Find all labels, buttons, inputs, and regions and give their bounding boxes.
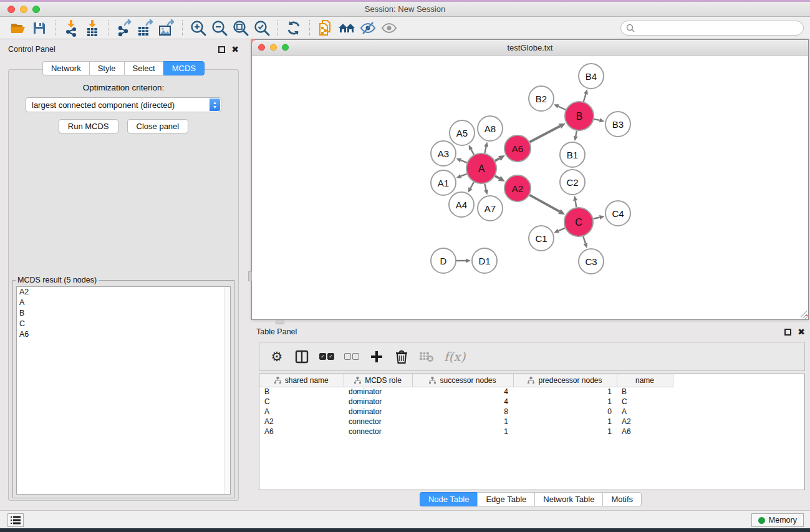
columns-icon[interactable] [291,346,313,367]
mcds-result-list[interactable]: A2ABCA6 [16,286,231,495]
edge-A-A6[interactable] [495,158,499,161]
edge-A-A2[interactable] [495,176,499,178]
open-file-icon[interactable] [7,19,29,37]
zoom-in-icon[interactable] [188,19,209,37]
export-table-icon[interactable] [135,19,156,37]
column-header-predecessor-nodes[interactable]: predecessor nodes [513,374,617,387]
float-table-panel-icon[interactable] [784,329,791,336]
float-panel-icon[interactable] [218,46,225,53]
minimize-window-button[interactable] [20,6,27,13]
add-column-icon[interactable] [365,346,388,367]
edge-B-B3[interactable] [594,119,599,120]
edge-A-A4[interactable] [470,182,473,188]
table-cell[interactable]: C [617,397,673,407]
home-network-icon[interactable] [336,19,357,37]
edge-C-C4[interactable] [593,218,599,219]
import-network-icon[interactable] [60,19,82,37]
table-cell[interactable]: dominator [344,397,412,407]
memory-button[interactable]: Memory [751,513,804,527]
export-image-icon[interactable] [156,19,177,37]
table-cell[interactable]: 1 [513,397,617,407]
show-all-icon[interactable] [378,19,400,37]
criterion-dropdown[interactable]: largest connected component (directed) ▲… [26,97,221,112]
network-graph[interactable]: B4B2BB3A5A8A6A3B1AA1C2A2A4A7C4CC1C3DD1 [252,56,808,319]
table-row[interactable]: Cdominator41C [259,397,673,407]
result-item[interactable]: A6 [17,329,230,340]
close-panel-icon[interactable]: ✖ [231,46,239,53]
table-cell[interactable]: B [617,387,673,397]
column-header-name[interactable]: name [617,374,673,387]
delete-table-icon[interactable] [415,346,438,367]
edge-C-C3[interactable] [583,236,586,244]
table-cell[interactable]: 1 [513,427,617,437]
table-cell[interactable]: connector [344,417,412,427]
close-panel-button[interactable]: Close panel [127,119,189,133]
function-builder-icon[interactable]: f(x) [444,349,465,364]
table-row[interactable]: A6connector11A6 [259,427,673,437]
edge-A6-B[interactable] [529,126,560,142]
table-cell[interactable]: C [259,397,344,407]
table-cell[interactable]: 8 [412,407,513,417]
network-window-titlebar[interactable]: testGlobe.txt [252,40,808,56]
table-cell[interactable]: A [617,407,673,417]
first-neighbors-icon[interactable] [315,19,336,37]
network-canvas[interactable]: B4B2BB3A5A8A6A3B1AA1C2A2A4A7C4CC1C3DD1 [252,56,808,319]
table-cell[interactable]: 1 [513,387,617,397]
edge-A-A8[interactable] [485,147,486,153]
tab-motifs[interactable]: Motifs [602,492,642,506]
table-cell[interactable]: 1 [412,417,513,427]
close-network-button[interactable] [258,44,265,51]
table-cell[interactable]: A [259,407,344,417]
edge-A-A7[interactable] [485,183,486,190]
table-cell[interactable]: A2 [259,417,344,427]
result-item[interactable]: B [17,308,230,319]
close-window-button[interactable] [7,6,15,13]
result-item[interactable]: C [17,319,230,329]
result-item[interactable]: A2 [17,287,230,297]
edge-A2-C[interactable] [529,195,559,211]
tab-style[interactable]: Style [89,61,124,75]
table-cell[interactable]: 1 [513,417,617,427]
zoom-selected-icon[interactable] [251,19,272,37]
table-cell[interactable]: 0 [513,407,617,417]
node-table[interactable]: shared nameMCDS rolesuccessor nodesprede… [259,374,805,490]
close-table-panel-icon[interactable]: ✖ [798,329,805,336]
tab-select[interactable]: Select [124,61,163,75]
import-table-icon[interactable] [82,19,103,37]
search-input[interactable] [638,24,798,32]
edge-B-B1[interactable] [576,131,577,137]
column-header-MCDS-role[interactable]: MCDS role [344,374,412,387]
zoom-window-button[interactable] [32,6,40,13]
table-cell[interactable]: 4 [412,397,513,407]
table-cell[interactable]: A6 [259,427,344,437]
edge-A-A5[interactable] [471,149,474,155]
tab-network-table[interactable]: Network Table [534,492,602,506]
refresh-icon[interactable] [283,19,304,37]
delete-column-icon[interactable] [390,346,413,367]
vertical-splitter-handle[interactable] [248,271,252,281]
result-scrollbar[interactable] [224,287,230,494]
table-cell[interactable]: A6 [617,427,673,437]
table-cell[interactable]: 4 [412,387,513,397]
tab-network[interactable]: Network [42,61,89,75]
tab-node-table[interactable]: Node Table [420,492,478,506]
show-columns-icon[interactable]: ✓✓ [316,346,338,367]
zoom-out-icon[interactable] [209,19,230,37]
hide-selected-icon[interactable] [357,19,378,37]
table-cell[interactable]: connector [344,427,412,437]
edge-A-A3[interactable] [461,160,467,163]
save-session-icon[interactable] [29,19,50,37]
task-history-button[interactable] [7,513,24,527]
run-mcds-button[interactable]: Run MCDS [59,119,118,133]
minimize-network-button[interactable] [270,44,277,51]
column-header-successor-nodes[interactable]: successor nodes [412,374,513,387]
table-row[interactable]: A2connector11A2 [259,417,673,427]
table-cell[interactable]: 1 [412,427,513,437]
hide-columns-icon[interactable] [340,346,363,367]
resize-grip-icon[interactable] [799,311,807,318]
column-header-shared-name[interactable]: shared name [259,374,344,387]
table-row[interactable]: Bdominator41B [259,387,673,397]
table-cell[interactable]: B [259,387,344,397]
table-cell[interactable]: A2 [617,417,673,427]
table-settings-icon[interactable]: ⚙ [266,346,288,367]
